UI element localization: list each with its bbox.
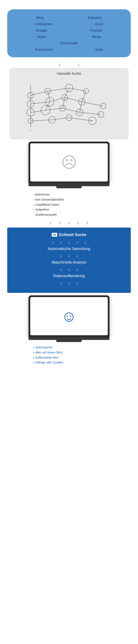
cloud-tag-blogs: Blogs xyxy=(91,34,102,40)
laptop-stand-sad xyxy=(56,186,82,188)
funnel-step-2: Maschinelle Analyse xyxy=(51,260,86,265)
sad-laptop-wrapper: ☹ xyxy=(0,142,138,188)
funnel-step-1: Automatische Sammlung xyxy=(48,246,90,251)
negative-list: - Zeitintensiv – kein Gesamtüberblick – … xyxy=(33,192,105,217)
happy-laptop-wrapper: ☺ xyxy=(0,296,138,342)
f-arrow-1: ↓ xyxy=(52,240,54,244)
pos-item-4: + Abfrage aller Quellen xyxy=(33,360,105,365)
arrows-to-manual: ↓ ↓ xyxy=(0,62,138,67)
cloud-tag-partner: Partner xyxy=(89,28,104,33)
cloud-row-6: Konkurrenz www xyxy=(14,47,124,52)
cloud-row-3: Google Partner xyxy=(14,28,124,33)
neg-item-2: – kein Gesamtüberblick xyxy=(33,197,105,202)
f-arrow-4: ↓ xyxy=(76,240,78,244)
cloud-row-1: Bing Industrie xyxy=(14,15,124,20)
neg-item-1: - Zeitintensiv xyxy=(33,192,105,197)
cloud-tag-bing: Bing xyxy=(35,15,45,20)
svg-line-1 xyxy=(31,91,48,96)
sad-face-icon: ☹ xyxy=(61,154,77,171)
svg-line-15 xyxy=(48,91,50,102)
funnel-arrows-1: ↓ ↓ ↓ ↓ ↓ xyxy=(52,240,86,244)
pos-item-3: + Aufbereitete Infos xyxy=(33,355,105,360)
cloud-row-2: Lieferanten cloud xyxy=(14,22,124,27)
manual-search-section: manuelle Suche xyxy=(9,68,129,140)
f4-arrow-3: ↓ xyxy=(76,280,78,285)
f3-arrow-1: ↓ xyxy=(60,267,62,272)
multi-arrow-3: ↓ xyxy=(68,220,70,225)
neg-item-5: Quellenauswahl xyxy=(33,212,105,217)
cloud-row-5: Firmenweb xyxy=(14,41,124,46)
f3-arrow-3: ↓ xyxy=(76,267,78,272)
f-arrow-2: ↓ xyxy=(60,240,62,244)
laptop-screen-sad: ☹ xyxy=(30,143,108,182)
funnel-arrows-3: ↓ ↓ ↓ xyxy=(60,267,78,272)
funnel-step-3: Datenaufbereitung xyxy=(53,274,85,278)
funnel-section: SB Echtzeit Suche ↓ ↓ ↓ ↓ ↓ Automatische… xyxy=(7,228,131,293)
manual-search-label: manuelle Suche xyxy=(14,72,124,76)
funnel-header: SB Echtzeit Suche xyxy=(52,232,86,237)
laptop-body-happy: ☺ xyxy=(29,296,109,337)
network-graph: ↗ ↓ xyxy=(14,78,124,134)
positive-list: + Zeitersparnis + Alles auf einem Blick … xyxy=(33,345,105,365)
arrow-down-left: ↓ xyxy=(58,62,60,67)
sb-logo: SB xyxy=(52,233,57,237)
cloud-tag-news: News xyxy=(36,34,47,40)
sad-laptop: ☹ xyxy=(29,142,109,188)
funnel-title: Echtzeit Suche xyxy=(59,232,86,237)
cloud-tag-firmenweb: Firmenweb xyxy=(59,41,79,46)
cloud-tag-www: www xyxy=(94,47,104,52)
cloud-tag-konkurrenz: Konkurrenz xyxy=(34,47,55,52)
cloud-tag-lieferanten: Lieferanten xyxy=(34,22,54,27)
f4-arrow-2: ↓ xyxy=(68,280,70,285)
pos-item-1: + Zeitersparnis xyxy=(33,345,105,350)
laptop-base-sad xyxy=(29,183,109,186)
multi-arrow-1: ↓ xyxy=(50,220,52,225)
f2-arrow-1: ↓ xyxy=(60,253,62,258)
f2-arrow-3: ↓ xyxy=(76,253,78,258)
svg-line-2 xyxy=(48,88,69,91)
arrow-down-right: ↓ xyxy=(78,62,80,67)
funnel-arrows-4: ↓ ↓ ↓ xyxy=(60,280,78,285)
cloud-row-4: News Blogs xyxy=(14,34,124,40)
laptop-screen-happy: ☺ xyxy=(30,297,108,335)
multi-arrow-5: ↓ xyxy=(86,220,89,225)
svg-text:↓: ↓ xyxy=(30,128,32,132)
svg-line-16 xyxy=(63,98,65,108)
f-arrow-5: ↓ xyxy=(84,240,86,244)
multi-arrows-down: ↓ ↓ ↓ ↓ ↓ xyxy=(0,220,138,225)
cloud-section: Bing Industrie Lieferanten cloud Google … xyxy=(7,9,131,57)
laptop-base-happy xyxy=(29,337,109,340)
neg-item-3: – Ungefilterte Daten xyxy=(33,202,105,208)
multi-arrow-4: ↓ xyxy=(77,220,80,225)
laptop-stand-happy xyxy=(56,340,82,342)
neg-item-4: – Subjektive xyxy=(33,207,105,212)
cloud-tag-cloud: cloud xyxy=(93,22,105,27)
happy-face-icon: ☺ xyxy=(61,308,77,325)
f4-arrow-1: ↓ xyxy=(60,280,62,285)
laptop-body-sad: ☹ xyxy=(29,142,109,183)
svg-text:↗: ↗ xyxy=(90,119,93,122)
svg-line-17 xyxy=(80,102,82,112)
pos-item-2: + Alles auf einem Blick xyxy=(33,350,105,355)
f-arrow-3: ↓ xyxy=(68,240,70,244)
happy-laptop: ☺ xyxy=(29,296,109,342)
f2-arrow-2: ↓ xyxy=(68,253,70,258)
cloud-tag-google: Google xyxy=(34,28,49,33)
multi-arrow-2: ↓ xyxy=(59,220,61,225)
f3-arrow-2: ↓ xyxy=(68,267,70,272)
cloud-tag-industrie: Industrie xyxy=(87,15,103,20)
svg-line-8 xyxy=(31,110,46,112)
funnel-arrows-2: ↓ ↓ ↓ xyxy=(60,253,78,258)
